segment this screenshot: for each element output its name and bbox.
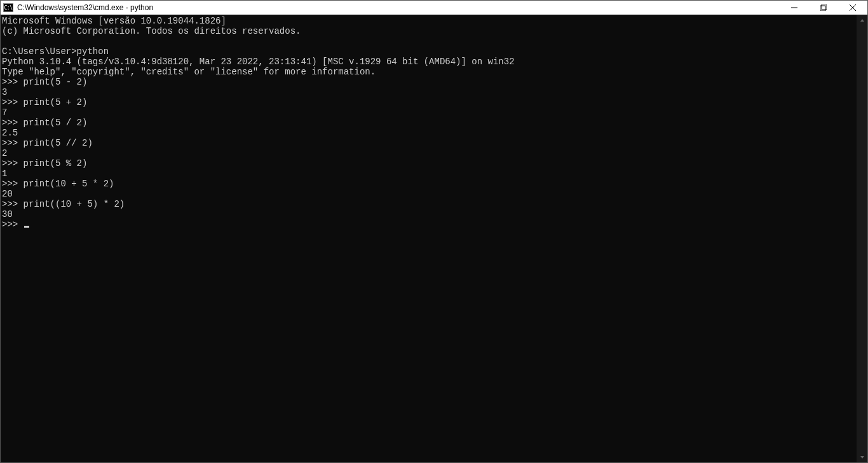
titlebar[interactable]: C:\ C:\Windows\system32\cmd.exe - python	[1, 1, 867, 15]
repl-input: >>> print(5 - 2)	[2, 77, 87, 87]
repl-output: 2.5	[2, 128, 18, 138]
cursor	[24, 226, 29, 228]
minimize-button[interactable]	[780, 1, 809, 15]
maximize-button[interactable]	[809, 1, 838, 15]
cmd-window: C:\ C:\Windows\system32\cmd.exe - python…	[0, 0, 868, 463]
vertical-scrollbar[interactable]	[857, 15, 867, 462]
window-controls	[780, 1, 867, 15]
scroll-down-button[interactable]	[857, 452, 867, 462]
repl-output: 20	[2, 189, 13, 199]
repl-input: >>> print(5 // 2)	[2, 138, 93, 148]
repl-input: >>> print(10 + 5 * 2)	[2, 179, 114, 189]
python-banner: Python 3.10.4 (tags/v3.10.4:9d38120, Mar…	[2, 57, 515, 67]
cmd-icon: C:\	[3, 3, 13, 12]
console-output[interactable]: Microsoft Windows [versão 10.0.19044.182…	[1, 15, 857, 462]
svg-rect-1	[820, 6, 825, 11]
close-button[interactable]	[838, 1, 867, 15]
svg-marker-6	[860, 456, 864, 459]
console-area: Microsoft Windows [versão 10.0.19044.182…	[1, 15, 867, 462]
scroll-up-button[interactable]	[857, 15, 867, 25]
repl-current-prompt: >>>	[2, 219, 24, 230]
repl-output: 1	[2, 169, 7, 179]
shell-prompt: C:\Users\User>python	[2, 46, 109, 57]
svg-marker-5	[860, 19, 864, 22]
banner-line: Microsoft Windows [versão 10.0.19044.182…	[2, 16, 226, 26]
repl-input: >>> print(5 / 2)	[2, 118, 87, 128]
titlebar-left: C:\ C:\Windows\system32\cmd.exe - python	[3, 3, 153, 12]
repl-output: 2	[2, 148, 7, 158]
window-title: C:\Windows\system32\cmd.exe - python	[17, 3, 153, 12]
svg-rect-2	[822, 4, 827, 10]
repl-output: 3	[2, 87, 7, 97]
banner-line: (c) Microsoft Corporation. Todos os dire…	[2, 26, 301, 36]
repl-input: >>> print(5 + 2)	[2, 97, 87, 107]
repl-input: >>> print((10 + 5) * 2)	[2, 199, 125, 209]
python-banner: Type "help", "copyright", "credits" or "…	[2, 67, 376, 77]
repl-input: >>> print(5 % 2)	[2, 158, 87, 169]
repl-output: 7	[2, 107, 7, 118]
repl-output: 30	[2, 209, 13, 219]
